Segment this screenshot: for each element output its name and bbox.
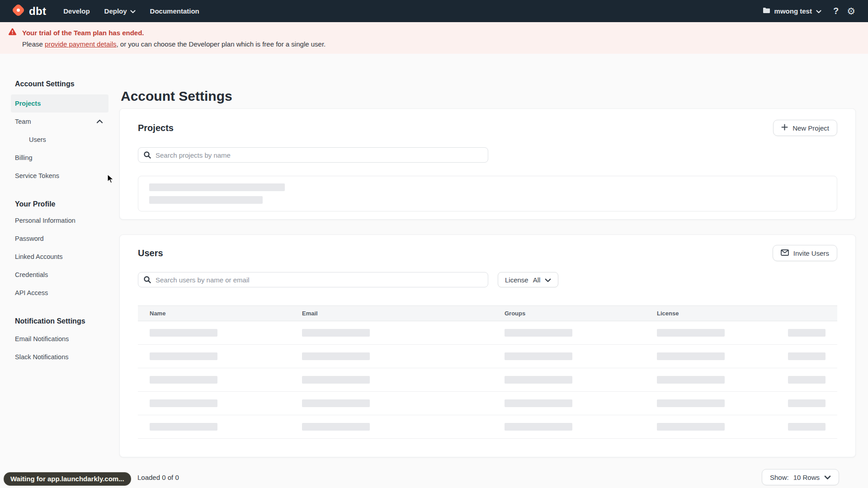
table-row [138, 392, 837, 415]
skeleton-bar [788, 329, 826, 337]
license-filter-value: All [533, 276, 541, 284]
skeleton-bar [505, 376, 572, 384]
skeleton-bar [150, 399, 217, 407]
sidebar-item-email-notifications[interactable]: Email Notifications [11, 330, 108, 348]
payment-details-link[interactable]: provide payment details [45, 40, 116, 48]
skeleton-bar [505, 399, 572, 407]
search-projects-input[interactable] [138, 147, 488, 163]
skeleton-bar [150, 352, 217, 360]
chevron-down-icon [545, 276, 551, 284]
column-header-license: License [645, 306, 776, 321]
envelope-icon [781, 249, 789, 257]
search-icon [143, 276, 151, 286]
users-table-footer: Loaded 0 of 0 Show: 10 Rows [119, 469, 856, 485]
help-icon[interactable]: ? [833, 6, 839, 16]
sidebar-item-personal-information[interactable]: Personal Information [11, 211, 108, 230]
skeleton-bar [505, 352, 572, 360]
table-row [138, 345, 837, 368]
browser-status-bubble: Waiting for app.launchdarkly.com... [4, 472, 131, 486]
nav-item-deploy[interactable]: Deploy [104, 7, 136, 15]
new-project-button[interactable]: New Project [773, 120, 837, 136]
skeleton-bar [657, 376, 725, 384]
users-card-title: Users [138, 248, 163, 258]
table-row [138, 368, 837, 392]
skeleton-bar [657, 329, 725, 337]
sidebar-item-api-access[interactable]: API Access [11, 284, 108, 302]
chevron-down-icon [816, 7, 821, 15]
sidebar-item-billing[interactable]: Billing [11, 149, 108, 167]
skeleton-bar [302, 423, 370, 431]
skeleton-bar [150, 376, 217, 384]
skeleton-bar [788, 423, 826, 431]
projects-card: Projects New Project [119, 108, 856, 220]
skeleton-bar [657, 423, 725, 431]
account-name: mwong test [774, 7, 812, 15]
skeleton-bar [788, 399, 826, 407]
invite-users-button[interactable]: Invite Users [773, 245, 837, 261]
sidebar-item-projects[interactable]: Projects [11, 94, 108, 113]
sidebar-heading-notification-settings: Notification Settings [11, 316, 108, 326]
nav-item-documentation[interactable]: Documentation [150, 7, 199, 15]
sidebar-heading-your-profile: Your Profile [11, 199, 108, 209]
column-header-email: Email [290, 306, 493, 321]
projects-card-title: Projects [138, 123, 174, 133]
table-row [138, 415, 837, 439]
skeleton-bar [150, 329, 217, 337]
skeleton-bar [302, 352, 370, 360]
chevron-down-icon [130, 7, 136, 15]
projects-loading-panel [138, 176, 837, 211]
nav-right-group: mwong test ? ⚙ [763, 6, 855, 16]
gear-icon[interactable]: ⚙ [847, 6, 855, 16]
skeleton-bar [788, 376, 826, 384]
table-row [138, 321, 837, 345]
sidebar-item-service-tokens[interactable]: Service Tokens [11, 167, 108, 185]
skeleton-bar [302, 376, 370, 384]
show-rows-label: Show: [770, 474, 789, 481]
nav-item-develop[interactable]: Develop [63, 7, 90, 15]
plus-icon [781, 124, 788, 132]
settings-sidebar: Account Settings Projects Team Users Bil… [0, 54, 119, 366]
license-filter-dropdown[interactable]: License All [498, 272, 558, 287]
sidebar-item-users[interactable]: Users [11, 131, 108, 149]
show-rows-dropdown[interactable]: Show: 10 Rows [762, 469, 839, 485]
skeleton-bar [788, 352, 826, 360]
skeleton-bar [149, 183, 285, 191]
dbt-logo-text: dbt [29, 5, 46, 18]
search-users-input[interactable] [138, 272, 488, 287]
sidebar-item-slack-notifications[interactable]: Slack Notifications [11, 348, 108, 366]
dbt-logo-icon [11, 3, 26, 19]
sidebar-item-team[interactable]: Team [11, 113, 108, 131]
column-header-name: Name [138, 306, 290, 321]
sidebar-item-password[interactable]: Password [11, 230, 108, 248]
skeleton-bar [302, 329, 370, 337]
skeleton-bar [505, 423, 572, 431]
main-content: Account Settings Projects New Project [119, 54, 856, 485]
dbt-logo[interactable]: dbt [11, 3, 46, 19]
top-nav: dbt Develop Deploy Documentation mwong t… [0, 0, 868, 22]
skeleton-bar [150, 423, 217, 431]
search-icon [143, 151, 151, 161]
sidebar-item-linked-accounts[interactable]: Linked Accounts [11, 248, 108, 266]
sidebar-item-credentials[interactable]: Credentials [11, 266, 108, 284]
skeleton-bar [302, 399, 370, 407]
folder-icon [763, 7, 770, 15]
skeleton-bar [149, 196, 263, 204]
page-title: Account Settings [121, 88, 856, 104]
warning-icon [8, 28, 17, 38]
show-rows-value: 10 Rows [793, 474, 820, 481]
users-card: Users Invite Users License Al [119, 235, 856, 457]
license-filter-label: License [505, 276, 528, 284]
skeleton-bar [657, 399, 725, 407]
chevron-up-icon [96, 119, 103, 124]
trial-banner: Your trial of the Team plan has ended. P… [0, 22, 868, 54]
column-header-actions [776, 306, 837, 321]
trial-banner-body: Please provide payment details, or you c… [22, 40, 868, 48]
column-header-groups: Groups [493, 306, 645, 321]
account-selector[interactable]: mwong test [763, 7, 821, 15]
skeleton-bar [657, 352, 725, 360]
users-table-header: Name Email Groups License [138, 306, 837, 321]
trial-banner-title: Your trial of the Team plan has ended. [22, 29, 144, 37]
chevron-down-icon [824, 474, 831, 481]
sidebar-heading-account-settings: Account Settings [11, 79, 108, 89]
users-table: Name Email Groups License [138, 305, 837, 439]
